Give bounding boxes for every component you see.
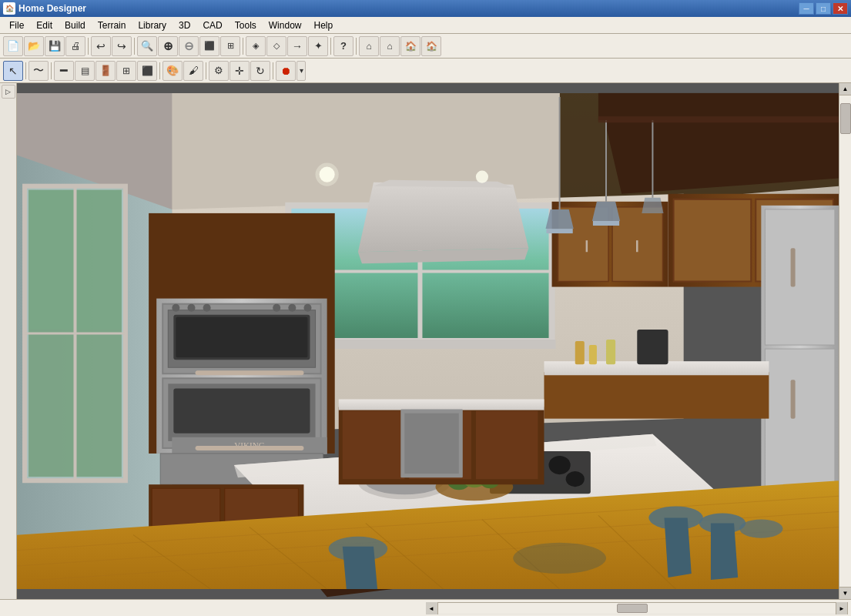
scroll-track-horizontal[interactable]	[438, 603, 836, 614]
record-dropdown[interactable]: ▾	[297, 61, 306, 81]
right-scrollbar: ▲ ▼	[839, 83, 851, 599]
menu-build[interactable]: Build	[59, 17, 92, 33]
svg-point-113	[513, 543, 606, 574]
stairs-btn[interactable]: ⬛	[137, 61, 157, 81]
select2-btn[interactable]: ◇	[266, 36, 286, 56]
sidebar-btn1[interactable]: ▷	[2, 85, 15, 99]
menu-tools[interactable]: Tools	[229, 17, 263, 33]
camera3-btn[interactable]: 🏠	[400, 36, 420, 56]
material-btn[interactable]: 🎨	[162, 61, 183, 81]
undo-button[interactable]: ↩	[91, 36, 111, 56]
arrow-btn[interactable]: →	[287, 36, 307, 56]
scroll-left-button[interactable]: ◄	[426, 602, 438, 614]
svg-point-34	[288, 304, 296, 312]
svg-rect-52	[544, 372, 769, 418]
menu-terrain[interactable]: Terrain	[92, 17, 132, 33]
menu-library[interactable]: Library	[132, 17, 173, 33]
svg-point-32	[203, 304, 211, 312]
app-icon: 🏠	[3, 2, 15, 15]
minimize-button[interactable]: ─	[799, 2, 814, 15]
select-btn[interactable]: ◈	[246, 36, 266, 56]
kitchen-scene-svg: VIKING	[17, 83, 839, 599]
svg-point-110	[739, 520, 782, 538]
svg-point-35	[303, 304, 311, 312]
svg-marker-112	[343, 547, 377, 589]
grid-button[interactable]: ⊞	[220, 36, 240, 56]
svg-rect-54	[575, 341, 585, 364]
new-button[interactable]: 📄	[3, 36, 23, 56]
scroll-right-button[interactable]: ►	[836, 602, 848, 614]
curve-btn[interactable]: 〜	[28, 61, 49, 81]
menu-3d[interactable]: 3D	[173, 17, 196, 33]
scroll-up-button[interactable]: ▲	[839, 83, 851, 95]
svg-rect-82	[593, 221, 619, 226]
bottom-scrollbar: ◄ ►	[426, 602, 849, 614]
redo-button[interactable]: ↪	[112, 36, 132, 56]
zoom-in-button[interactable]: ⊕	[158, 36, 178, 56]
svg-rect-79	[547, 229, 573, 233]
save-button[interactable]: 💾	[45, 36, 65, 56]
toolbar2-sep2	[51, 62, 52, 79]
open-button[interactable]: 📂	[24, 36, 44, 56]
toolbar-row2: ↖ 〜 ━ ▤ 🚪 ⊞ ⬛ 🎨 🖌 ⚙ ✛ ↻ ⏺ ▾	[0, 59, 851, 83]
fixture-btn[interactable]: ⚙	[209, 61, 229, 81]
help-btn[interactable]: ?	[333, 36, 353, 56]
menu-edit[interactable]: Edit	[30, 17, 59, 33]
scroll-track-vertical[interactable]	[839, 95, 851, 587]
svg-rect-36	[196, 370, 304, 375]
menu-cad[interactable]: CAD	[196, 17, 228, 33]
menu-help[interactable]: Help	[307, 17, 339, 33]
status-bar: ◄ ►	[0, 599, 851, 616]
window-controls: ─ □ ✕	[799, 2, 848, 15]
texture-btn[interactable]: 🖌	[183, 61, 203, 81]
app-title: Home Designer	[18, 3, 799, 14]
svg-marker-84	[642, 198, 663, 213]
svg-rect-49	[765, 349, 835, 488]
svg-rect-51	[791, 380, 796, 418]
scroll-thumb-vertical[interactable]	[840, 103, 851, 134]
svg-rect-27	[173, 388, 310, 433]
record-btn[interactable]: ⏺	[276, 61, 296, 81]
window-btn[interactable]: ⊞	[116, 61, 136, 81]
svg-marker-107	[665, 518, 692, 578]
zoom-lens-button[interactable]: 🔍	[137, 36, 157, 56]
maximize-button[interactable]: □	[816, 2, 831, 15]
toolbar2-sep3	[159, 62, 160, 79]
menu-file[interactable]: File	[3, 17, 30, 33]
camera2-btn[interactable]: ⌂	[380, 36, 400, 56]
svg-rect-57	[637, 330, 668, 364]
svg-marker-81	[592, 202, 620, 221]
main-area: ▷	[0, 83, 851, 599]
canvas-area[interactable]: VIKING	[17, 83, 839, 599]
3d-render: VIKING	[17, 83, 839, 599]
svg-point-115	[316, 162, 339, 186]
camera4-btn[interactable]: 🏠	[421, 36, 441, 56]
scroll-down-button[interactable]: ▼	[839, 587, 851, 599]
close-button[interactable]: ✕	[833, 2, 848, 15]
rotate-btn[interactable]: ↻	[250, 61, 270, 81]
camera1-btn[interactable]: ⌂	[359, 36, 379, 56]
star-btn[interactable]: ✦	[308, 36, 328, 56]
zoom-out-button[interactable]: ⊖	[179, 36, 199, 56]
menu-window[interactable]: Window	[263, 17, 308, 33]
door-btn[interactable]: 🚪	[95, 61, 116, 81]
svg-point-30	[172, 304, 179, 312]
svg-point-69	[566, 471, 585, 487]
toolbar-separator5	[356, 38, 357, 55]
svg-rect-56	[606, 340, 615, 364]
scroll-thumb-horizontal[interactable]	[617, 604, 648, 613]
select-arrow-btn[interactable]: ↖	[3, 61, 23, 81]
svg-rect-45	[674, 199, 752, 282]
move-btn[interactable]: ✛	[230, 61, 250, 81]
svg-point-33	[273, 304, 280, 312]
fit-view-button[interactable]: ⬛	[199, 36, 219, 56]
svg-point-116	[476, 171, 488, 183]
print-button[interactable]: 🖨	[65, 36, 85, 56]
svg-rect-91	[343, 411, 405, 480]
toolbar2-sep5	[273, 62, 273, 79]
toolbar-separator4	[330, 38, 331, 55]
svg-rect-85	[598, 93, 839, 120]
toolbar-separator1	[88, 38, 89, 55]
wall-btn[interactable]: ▤	[75, 61, 95, 81]
line-btn[interactable]: ━	[54, 61, 74, 81]
